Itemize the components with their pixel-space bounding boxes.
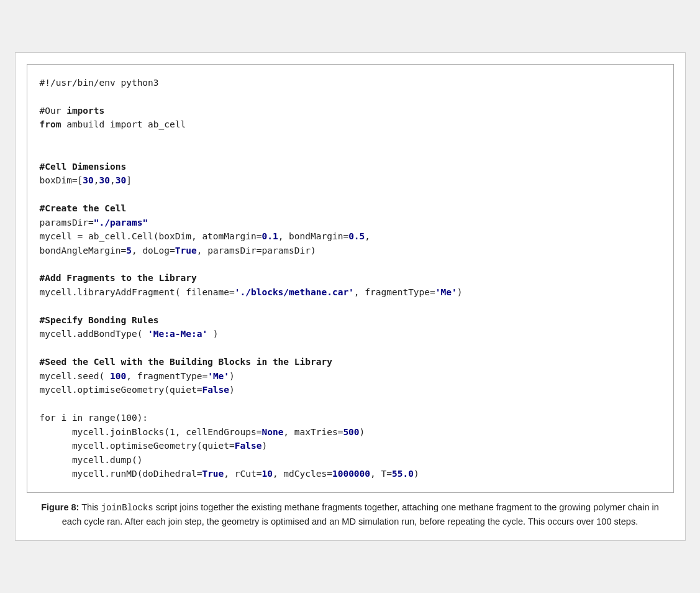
bonding-comment: #Specify Bonding Rules — [40, 315, 159, 325]
caption-inline-code: joinBlocks — [101, 503, 153, 513]
shebang: #!/usr/bin/env python3 — [40, 78, 159, 88]
code-block: #!/usr/bin/env python3 #Our imports from… — [27, 64, 674, 493]
create-comment: #Create the Cell — [40, 203, 127, 213]
spacer1 — [40, 147, 45, 157]
for-line: for i in range(100): — [40, 413, 148, 423]
mycell-line1: mycell = ab_cell.Cell(boxDim, atomMargin… — [40, 231, 371, 241]
code-pre: #!/usr/bin/env python3 #Our imports from… — [40, 76, 661, 481]
join-line: mycell.joinBlocks(1, cellEndGroups=None,… — [40, 427, 365, 437]
dump-line: mycell.dump() — [40, 455, 143, 465]
params-line: paramsDir="./params" — [40, 218, 148, 228]
imports-comment: #Our imports — [40, 106, 105, 116]
figure-container: #!/usr/bin/env python3 #Our imports from… — [15, 52, 686, 541]
add-frag-comment: #Add Fragments to the Library — [40, 273, 197, 283]
optimise2-line: mycell.optimiseGeometry(quiet=False) — [40, 441, 268, 451]
seed-line: mycell.seed( 100, fragmentType='Me') — [40, 371, 235, 381]
mycell-line2: bondAngleMargin=5, doLog=True, paramsDir… — [40, 246, 316, 255]
caption-area: Figure 8: This joinBlocks script joins t… — [16, 493, 685, 541]
figure-label: Figure 8: — [41, 502, 79, 512]
import-line: from ambuild import ab_cell — [40, 119, 186, 129]
library-line: mycell.libraryAddFragment( filename='./b… — [40, 287, 463, 297]
boxdim-line: boxDim=[30,30,30] — [40, 175, 132, 185]
cell-dim-comment: #Cell Dimensions — [40, 162, 127, 172]
bonding-line: mycell.addBondType( 'Me:a-Me:a' ) — [40, 329, 219, 339]
seed-comment: #Seed the Cell with the Building Blocks … — [40, 357, 332, 367]
optimise1-line: mycell.optimiseGeometry(quiet=False) — [40, 385, 235, 395]
runmd-line: mycell.runMD(doDihedral=True, rCut=10, m… — [40, 469, 419, 479]
caption-text-intro: This — [79, 502, 101, 512]
